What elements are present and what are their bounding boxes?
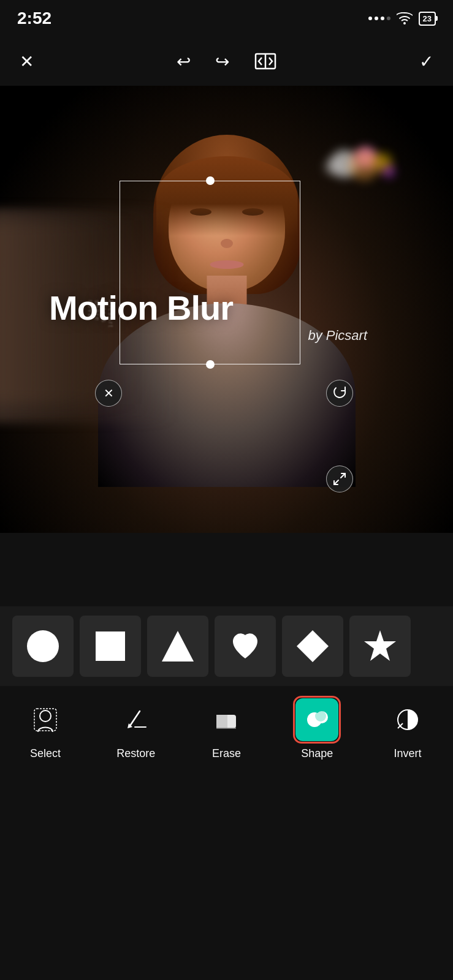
- status-time: 2:52: [17, 9, 51, 28]
- tool-restore[interactable]: Restore: [108, 698, 164, 760]
- vertical-text: PicsArtfilterssharenova: [87, 300, 114, 328]
- svg-point-16: [316, 711, 328, 723]
- selection-box[interactable]: [120, 181, 300, 364]
- svg-line-2: [341, 473, 345, 478]
- handle-bottom[interactable]: [206, 360, 215, 369]
- tool-erase[interactable]: Erase: [199, 698, 254, 760]
- svg-rect-5: [96, 631, 125, 661]
- shapes-panel: [0, 606, 453, 686]
- shape-triangle[interactable]: [147, 616, 208, 677]
- tool-shape[interactable]: Shape: [289, 698, 345, 760]
- battery-icon: 23: [419, 12, 436, 26]
- wifi-icon: [397, 12, 413, 24]
- shape-label: Shape: [301, 747, 333, 760]
- toolbar-center: ↩ ↪: [177, 51, 277, 72]
- svg-marker-8: [364, 630, 396, 661]
- shape-diamond[interactable]: [282, 616, 343, 677]
- status-bar: 2:52 23: [0, 0, 453, 37]
- svg-point-17: [315, 710, 326, 722]
- erase-icon-box: [205, 698, 248, 741]
- canvas-area: Motion Blur by Picsart PicsArtfilterssha…: [0, 86, 453, 533]
- close-button[interactable]: ✕: [20, 51, 34, 72]
- bokeh-lights: [294, 147, 416, 196]
- svg-point-4: [27, 630, 59, 662]
- redo-button[interactable]: ↪: [215, 51, 229, 72]
- svg-point-9: [40, 710, 51, 722]
- shape-heart[interactable]: [215, 616, 276, 677]
- spacer: [0, 533, 453, 606]
- tool-invert[interactable]: Invert: [380, 698, 435, 760]
- select-label: Select: [30, 747, 61, 760]
- invert-label: Invert: [394, 747, 422, 760]
- shape-circle[interactable]: [12, 616, 74, 677]
- status-icons: 23: [368, 12, 436, 26]
- restore-icon-box: [115, 698, 158, 741]
- by-picsart-text: by Picsart: [308, 328, 367, 344]
- confirm-button[interactable]: ✓: [419, 51, 433, 72]
- signal-dots-icon: [368, 17, 390, 20]
- erase-label: Erase: [212, 747, 241, 760]
- delete-button[interactable]: ✕: [95, 380, 122, 407]
- tool-select[interactable]: Select: [18, 698, 73, 760]
- invert-icon-box: [386, 698, 429, 741]
- shape-star[interactable]: [349, 616, 411, 677]
- bottom-toolbar: Select Restore Erase: [0, 686, 453, 784]
- scale-button[interactable]: [326, 466, 353, 492]
- svg-marker-7: [297, 630, 329, 662]
- handle-top[interactable]: [206, 176, 215, 185]
- rotate-button[interactable]: [326, 380, 353, 407]
- svg-rect-13: [216, 715, 227, 728]
- svg-line-3: [334, 480, 338, 484]
- select-icon-box: [24, 698, 67, 741]
- svg-marker-6: [162, 631, 194, 662]
- compare-button[interactable]: [254, 52, 277, 70]
- shape-square[interactable]: [80, 616, 141, 677]
- undo-button[interactable]: ↩: [177, 51, 191, 72]
- shape-icon-box: [295, 698, 338, 741]
- editor-toolbar: ✕ ↩ ↪ ✓: [0, 37, 453, 86]
- svg-point-15: [307, 712, 322, 727]
- restore-label: Restore: [116, 747, 155, 760]
